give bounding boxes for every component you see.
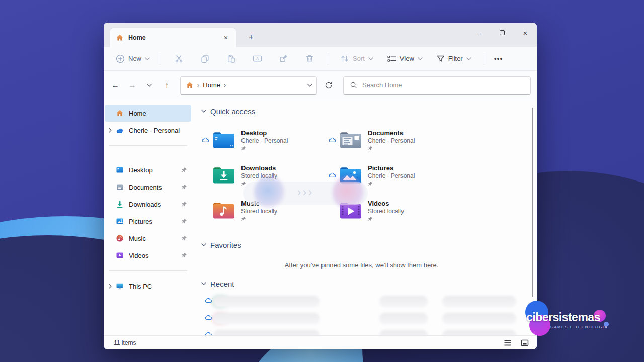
sidebar-item-this-pc[interactable]: This PC <box>105 278 191 295</box>
redacted-column <box>379 296 428 307</box>
sidebar-divider <box>109 145 187 146</box>
forward-button[interactable]: → <box>124 77 141 94</box>
section-favorites[interactable]: Favorites <box>201 239 537 250</box>
pin-icon <box>181 218 187 224</box>
chevron-right-icon[interactable] <box>105 284 116 289</box>
chevron-right-icon[interactable] <box>105 128 116 133</box>
command-toolbar: New Sort View Filter ••• <box>104 47 537 71</box>
pictures-icon <box>116 217 124 225</box>
toolbar-divider <box>328 53 328 65</box>
filter-label: Filter <box>448 55 463 62</box>
watermark-blob-blue <box>254 175 284 209</box>
home-icon <box>186 81 194 89</box>
refresh-button[interactable] <box>320 77 337 94</box>
address-box[interactable]: › Home › <box>180 76 317 95</box>
cloud-status-icon <box>328 172 336 178</box>
section-quick-access[interactable]: Quick access <box>201 106 537 117</box>
recent-file-row[interactable] <box>201 310 537 327</box>
trash-icon <box>305 54 314 63</box>
filter-button[interactable]: Filter <box>432 52 476 65</box>
sidebar-item-label: Home <box>129 110 146 117</box>
cloud-status-icon <box>328 137 336 143</box>
share-button[interactable] <box>273 50 293 67</box>
up-button[interactable]: ↑ <box>158 77 175 94</box>
pin-icon <box>181 235 187 241</box>
pin-icon <box>181 167 187 173</box>
chevron-down-icon <box>418 57 423 60</box>
tile-subtitle: Cherie - Personal <box>241 137 288 144</box>
sidebar-item-documents[interactable]: Documents <box>105 178 191 196</box>
logo-brand-text: cibersistemas <box>526 311 612 324</box>
search-input[interactable] <box>362 81 525 89</box>
sidebar-item-desktop[interactable]: Desktop <box>105 161 191 178</box>
logo-tagline: GAMES E TECNOLOGIA <box>550 325 608 329</box>
recent-locations-button[interactable] <box>141 77 158 94</box>
cut-button[interactable] <box>169 50 189 67</box>
chevron-down-icon <box>201 243 206 246</box>
new-button[interactable]: New <box>111 51 155 66</box>
plus-circle-icon <box>116 54 125 63</box>
copy-icon <box>201 54 209 63</box>
details-view-button[interactable] <box>502 337 514 348</box>
pin-icon <box>368 146 373 151</box>
pin-icon <box>241 146 246 151</box>
section-label: Quick access <box>210 107 255 116</box>
redacted-column <box>442 313 516 324</box>
tile-subtitle: Stored locally <box>241 208 277 215</box>
tile-name: Documents <box>368 129 415 137</box>
rename-button[interactable] <box>247 50 267 67</box>
breadcrumb-home[interactable]: Home <box>203 81 220 89</box>
pin-icon <box>181 184 187 190</box>
sidebar-item-pictures[interactable]: Pictures <box>105 213 191 230</box>
downloads-folder-icon <box>212 165 235 185</box>
close-button[interactable]: × <box>514 23 537 43</box>
chevron-down-icon <box>201 110 206 113</box>
refresh-icon <box>325 81 333 89</box>
maximize-button[interactable] <box>491 23 514 43</box>
search-box[interactable] <box>343 76 531 95</box>
vertical-scrollbar[interactable] <box>532 108 533 297</box>
copy-button[interactable] <box>195 50 215 67</box>
recent-file-row[interactable] <box>201 293 537 310</box>
documents-icon <box>116 183 124 191</box>
breadcrumb-separator: › <box>197 81 199 89</box>
delete-button[interactable] <box>299 50 319 67</box>
sidebar-item-music[interactable]: Music <box>105 230 191 247</box>
quick-access-grid: Desktop Cherie - Personal Documents Cher… <box>201 125 537 225</box>
redacted-column <box>442 330 516 335</box>
sort-button[interactable]: Sort <box>336 52 378 66</box>
details-view-icon <box>504 339 512 346</box>
back-button[interactable]: ← <box>107 77 124 94</box>
sidebar-item-label: Cherie - Personal <box>129 127 180 134</box>
sidebar-item-label: Downloads <box>129 201 161 208</box>
section-recent[interactable]: Recent <box>201 278 537 289</box>
sidebar-item-downloads[interactable]: Downloads <box>105 196 191 213</box>
more-options-button[interactable]: ••• <box>489 53 508 65</box>
home-icon <box>116 34 124 42</box>
sidebar-item-home[interactable]: Home <box>105 105 191 122</box>
chevron-down-icon <box>307 84 312 87</box>
watermark-chevrons: ››› <box>297 185 314 199</box>
address-dropdown-button[interactable] <box>307 84 312 87</box>
tab-home[interactable]: Home × <box>110 28 236 47</box>
tile-documents[interactable]: Documents Cherie - Personal <box>328 125 455 155</box>
paste-button[interactable] <box>221 50 241 67</box>
tile-desktop[interactable]: Desktop Cherie - Personal <box>201 125 328 155</box>
minimize-button[interactable]: – <box>467 23 491 43</box>
sidebar-item-videos[interactable]: Videos <box>105 247 191 264</box>
view-button[interactable]: View <box>383 52 427 65</box>
redacted-column <box>442 296 516 307</box>
sidebar-divider <box>109 270 187 271</box>
sidebar-item-label: Videos <box>129 252 149 259</box>
content-pane: Quick access Desktop Cherie - Personal <box>192 100 537 335</box>
sidebar-item-onedrive[interactable]: Cherie - Personal <box>105 122 191 139</box>
tile-subtitle: Cherie - Personal <box>368 137 415 144</box>
address-bar-row: ← → ↑ › Home › <box>104 71 537 100</box>
tile-name: Videos <box>368 200 404 207</box>
sort-label: Sort <box>353 55 365 62</box>
view-label: View <box>400 55 414 62</box>
tab-close-button[interactable]: × <box>220 32 231 43</box>
new-tab-button[interactable]: + <box>244 30 259 45</box>
recent-file-row[interactable] <box>201 327 537 335</box>
navigation-pane: Home Cherie - Personal Desktop Docume <box>104 100 192 335</box>
